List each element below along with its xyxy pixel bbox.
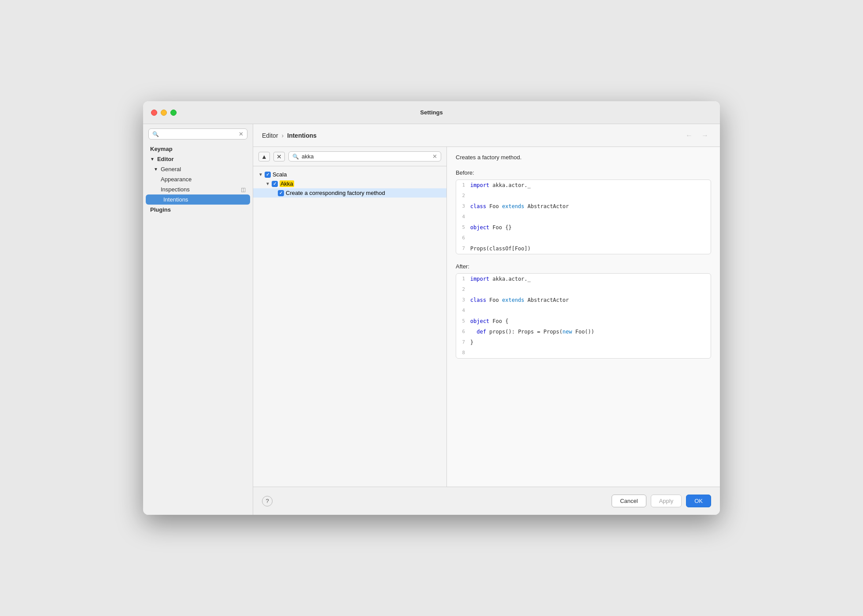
- sidebar-item-general[interactable]: ▼ General: [143, 164, 253, 174]
- keymap-label: Keymap: [150, 146, 173, 152]
- nav-arrows: ← →: [683, 129, 711, 142]
- footer-right: Cancel Apply OK: [612, 495, 711, 507]
- cancel-button[interactable]: Cancel: [612, 495, 646, 507]
- editor-label: Editor: [157, 156, 174, 162]
- after-label: After:: [456, 263, 711, 270]
- after-line-8: 8: [456, 348, 711, 358]
- sidebar-item-editor[interactable]: ▼ Editor: [143, 154, 253, 164]
- main-panel: Editor › Intentions ← → ▲ ✕ 🔍: [253, 124, 720, 515]
- main-header: Editor › Intentions ← →: [253, 124, 720, 147]
- akka-label: Akka: [280, 180, 441, 187]
- back-button[interactable]: ←: [683, 129, 695, 142]
- editor-chevron-icon: ▼: [150, 157, 155, 161]
- collapse-all-button[interactable]: ✕: [273, 152, 285, 161]
- after-code-block: 1 import akka.actor._ 2 3 class Foo exte…: [456, 273, 711, 359]
- factory-checkbox[interactable]: [278, 190, 284, 196]
- scala-chevron-icon: ▼: [258, 172, 263, 177]
- after-line-7: 7 }: [456, 337, 711, 348]
- breadcrumb-parent: Editor: [262, 132, 278, 139]
- minimize-button[interactable]: [161, 110, 167, 116]
- settings-window: Settings 🔍 intentions ✕ Keymap ▼ Editor …: [143, 101, 720, 515]
- after-line-1: 1 import akka.actor._: [456, 274, 711, 284]
- before-line-7: 7 Props(classOf[Foo]): [456, 243, 711, 254]
- file-icon: ◫: [241, 187, 246, 193]
- maximize-button[interactable]: [170, 110, 177, 116]
- before-line-6: 6: [456, 233, 711, 243]
- clear-search-icon[interactable]: ✕: [239, 131, 243, 137]
- ok-button[interactable]: OK: [686, 495, 711, 507]
- sidebar-item-inspections[interactable]: Inspections ◫: [143, 184, 253, 194]
- sidebar-search-input[interactable]: intentions: [162, 131, 236, 137]
- inspections-label: Inspections: [161, 186, 190, 193]
- after-line-3: 3 class Foo extends AbstractActor: [456, 295, 711, 305]
- traffic-lights: [151, 110, 177, 116]
- general-chevron-icon: ▼: [154, 167, 158, 172]
- appearance-label: Appearance: [161, 176, 192, 183]
- help-button[interactable]: ?: [262, 496, 273, 506]
- sidebar-item-plugins[interactable]: Plugins: [143, 205, 253, 215]
- general-label: General: [161, 166, 181, 172]
- tree-search-box[interactable]: 🔍 ✕: [288, 151, 441, 161]
- main-body: ▲ ✕ 🔍 ✕ ▼ Scala: [253, 147, 720, 487]
- window-title: Settings: [420, 109, 443, 116]
- tree-row-scala[interactable]: ▼ Scala: [253, 170, 446, 179]
- scala-checkbox[interactable]: [265, 172, 271, 178]
- breadcrumb-separator: ›: [282, 132, 284, 139]
- sidebar-item-keymap[interactable]: Keymap: [143, 144, 253, 154]
- after-line-4: 4: [456, 305, 711, 316]
- breadcrumb: Editor › Intentions: [262, 132, 317, 139]
- search-icon: 🔍: [152, 131, 159, 137]
- tree-content: ▼ Scala ▼ Akka Crea: [253, 166, 446, 487]
- tree-row-factory[interactable]: Create a corresponding factory method: [253, 188, 446, 198]
- sidebar-search-box[interactable]: 🔍 intentions ✕: [148, 128, 247, 139]
- expand-all-button[interactable]: ▲: [258, 152, 270, 161]
- detail-description: Creates a factory method.: [456, 154, 711, 161]
- forward-button[interactable]: →: [699, 129, 711, 142]
- plugins-label: Plugins: [150, 206, 171, 213]
- sidebar-item-intentions[interactable]: Intentions: [146, 194, 250, 205]
- scala-label: Scala: [273, 171, 441, 178]
- main-content: 🔍 intentions ✕ Keymap ▼ Editor ▼ General…: [143, 124, 720, 515]
- sidebar-item-appearance[interactable]: Appearance: [143, 174, 253, 184]
- detail-pane: Creates a factory method. Before: 1 impo…: [447, 147, 720, 487]
- after-line-2: 2: [456, 284, 711, 295]
- tree-pane: ▲ ✕ 🔍 ✕ ▼ Scala: [253, 147, 447, 487]
- tree-clear-icon[interactable]: ✕: [432, 153, 437, 160]
- breadcrumb-current: Intentions: [287, 132, 317, 139]
- factory-label: Create a corresponding factory method: [286, 190, 441, 196]
- before-line-4: 4: [456, 212, 711, 222]
- sidebar: 🔍 intentions ✕ Keymap ▼ Editor ▼ General…: [143, 124, 253, 515]
- after-line-5: 5 object Foo {: [456, 316, 711, 326]
- before-line-1: 1 import akka.actor._: [456, 180, 711, 191]
- tree-row-akka[interactable]: ▼ Akka: [253, 179, 446, 188]
- close-button[interactable]: [151, 110, 157, 116]
- before-code-block: 1 import akka.actor._ 2 3 class Foo exte…: [456, 180, 711, 254]
- before-line-3: 3 class Foo extends AbstractActor: [456, 201, 711, 212]
- before-line-5: 5 object Foo {}: [456, 222, 711, 233]
- tree-search-input[interactable]: [302, 153, 430, 160]
- akka-checkbox[interactable]: [272, 181, 278, 187]
- tree-search-icon: 🔍: [292, 154, 299, 160]
- intentions-label: Intentions: [163, 196, 188, 203]
- akka-chevron-icon: ▼: [266, 181, 270, 186]
- before-label: Before:: [456, 169, 711, 176]
- after-line-6: 6 def props(): Props = Props(new Foo()): [456, 326, 711, 337]
- tree-toolbar: ▲ ✕ 🔍 ✕: [253, 147, 446, 166]
- footer: ? Cancel Apply OK: [253, 487, 720, 515]
- titlebar: Settings: [143, 101, 720, 124]
- apply-button[interactable]: Apply: [651, 495, 682, 507]
- footer-left: ?: [262, 496, 273, 506]
- before-line-2: 2: [456, 191, 711, 201]
